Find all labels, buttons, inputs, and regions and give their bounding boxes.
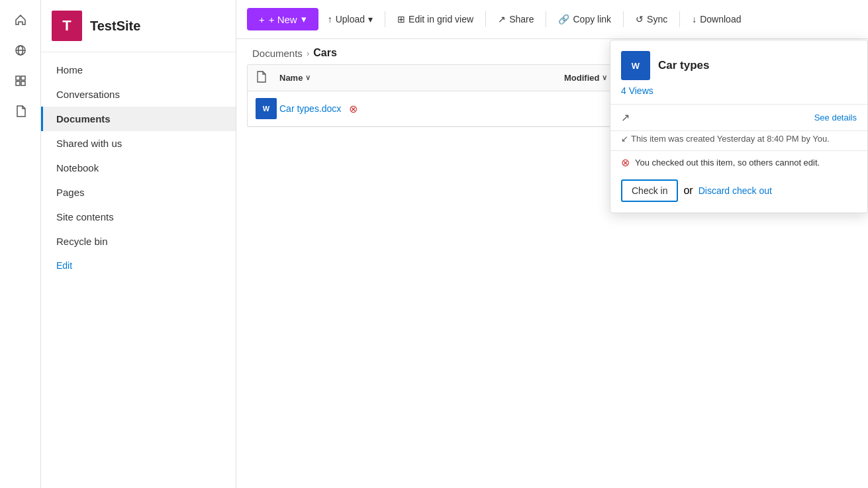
detail-created: ↙ This item was created Yesterday at 8:4… [610, 131, 867, 150]
share-label: Share [509, 14, 534, 24]
copy-link-button[interactable]: 🔗 Copy link [552, 9, 618, 30]
file-word-icon-wrapper: W [256, 98, 279, 119]
new-button[interactable]: + + New ▾ [247, 8, 318, 30]
download-button[interactable]: ↓ Download [685, 9, 747, 30]
checkout-warning-text: You checked out this item, so others can… [635, 158, 820, 168]
edit-grid-button[interactable]: ⊞ Edit in grid view [391, 9, 480, 30]
globe-icon[interactable] [7, 37, 34, 64]
plus-icon: + [259, 14, 265, 25]
sidebar-item-pages[interactable]: Pages [41, 180, 236, 205]
svg-rect-3 [16, 76, 20, 80]
name-sort-icon: ∨ [305, 73, 311, 82]
detail-created-text: This item was created Yesterday at 8:40 … [631, 134, 830, 144]
toolbar-sep-3 [546, 11, 546, 27]
toolbar-sep-5 [679, 11, 680, 27]
col-icon-header [256, 70, 279, 85]
sidebar-item-edit[interactable]: Edit [41, 254, 236, 277]
site-header: T TestSite [41, 0, 236, 52]
detail-panel-header: W Car types [610, 40, 867, 85]
copy-link-label: Copy link [573, 14, 611, 24]
copy-link-icon: 🔗 [558, 14, 569, 24]
grid-view-icon: ⊞ [397, 14, 405, 24]
doc-icon[interactable] [7, 98, 34, 124]
upload-label: Upload [336, 14, 365, 24]
nav-list: Home Conversations Documents Shared with… [41, 52, 236, 283]
upload-chevron-icon: ▾ [368, 14, 373, 24]
grid-icon[interactable] [7, 68, 34, 94]
checkout-error-badge: ⊗ [349, 103, 358, 115]
sync-icon: ↺ [636, 14, 644, 24]
icon-bar [0, 0, 41, 488]
detail-actions: ↗ See details [610, 105, 867, 130]
toolbar-sep-2 [485, 11, 486, 27]
checkout-warning: ⊗ You checked out this item, so others c… [610, 151, 867, 174]
file-name-link[interactable]: Car types.docx [279, 103, 341, 114]
sidebar-item-recycle-bin[interactable]: Recycle bin [41, 229, 236, 254]
breadcrumb-separator: › [307, 48, 309, 58]
sidebar-item-documents[interactable]: Documents [41, 107, 236, 131]
svg-rect-4 [21, 76, 25, 80]
home-icon[interactable] [7, 7, 34, 33]
sidebar-item-site-contents[interactable]: Site contents [41, 205, 236, 229]
detail-panel: W Car types 4 Views ↗ See details ↙ This… [610, 40, 868, 213]
detail-title: Car types [658, 59, 709, 72]
breadcrumb-parent[interactable]: Documents [252, 48, 303, 59]
modified-sort-icon: ∨ [602, 73, 607, 82]
new-label: + New [269, 14, 297, 25]
breadcrumb-current: Cars [313, 47, 337, 59]
upload-button[interactable]: ↑ Upload ▾ [321, 9, 379, 30]
upload-icon: ↑ [328, 14, 332, 24]
site-name: TestSite [90, 19, 140, 34]
sync-button[interactable]: ↺ Sync [629, 9, 674, 30]
detail-share-icon[interactable]: ↗ [621, 111, 630, 124]
checkin-section: Check in or Discard check out [610, 174, 867, 213]
toolbar-sep-4 [623, 11, 624, 27]
svg-rect-5 [16, 81, 20, 85]
svg-rect-6 [21, 81, 25, 85]
checkin-button[interactable]: Check in [621, 179, 678, 202]
sidebar-item-notebook[interactable]: Notebook [41, 156, 236, 180]
sync-label: Sync [647, 14, 667, 24]
discard-checkout-link[interactable]: Discard check out [699, 185, 772, 196]
detail-word-icon: W [621, 51, 650, 80]
download-label: Download [700, 14, 741, 24]
edit-grid-label: Edit in grid view [409, 14, 473, 24]
share-button[interactable]: ↗ Share [491, 9, 540, 30]
main-content: + + New ▾ ↑ Upload ▾ ⊞ Edit in grid view… [236, 0, 868, 488]
new-chevron-icon: ▾ [301, 13, 307, 25]
sidebar-item-home[interactable]: Home [41, 58, 236, 82]
toolbar-sep-1 [385, 11, 385, 27]
col-name-label: Name [279, 73, 303, 83]
sidebar: T TestSite Home Conversations Documents … [41, 0, 236, 488]
col-name-header[interactable]: Name ∨ [279, 73, 564, 83]
checkout-warning-icon: ⊗ [621, 156, 630, 169]
word-icon: W [256, 98, 277, 119]
col-modified-label: Modified [564, 73, 599, 83]
created-arrow-icon: ↙ [621, 134, 628, 144]
download-icon: ↓ [692, 14, 697, 24]
toolbar: + + New ▾ ↑ Upload ▾ ⊞ Edit in grid view… [236, 0, 868, 39]
see-details-link[interactable]: See details [814, 113, 857, 122]
detail-views[interactable]: 4 Views [610, 85, 867, 104]
share-icon: ↗ [498, 14, 506, 24]
sidebar-item-shared[interactable]: Shared with us [41, 131, 236, 156]
or-text: or [683, 185, 693, 197]
sidebar-item-conversations[interactable]: Conversations [41, 82, 236, 107]
site-logo: T [52, 11, 82, 41]
